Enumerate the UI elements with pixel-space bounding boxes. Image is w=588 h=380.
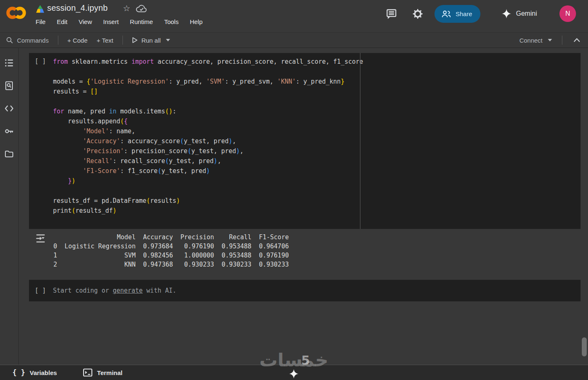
- variables-braces-icon: { }: [12, 368, 25, 377]
- code-line[interactable]: [53, 96, 363, 106]
- files-folder-icon[interactable]: [4, 149, 14, 159]
- status-bar: { } Variables Terminal: [0, 365, 588, 380]
- collapse-header-icon[interactable]: [572, 36, 581, 44]
- code-line[interactable]: 'Precision': precision_score(y_test, pre…: [53, 146, 363, 156]
- secrets-key-icon[interactable]: [4, 126, 14, 136]
- cell-run-gutter[interactable]: [ ]: [35, 287, 46, 294]
- code-line[interactable]: results_df = pd.DataFrame(results): [53, 196, 363, 206]
- toolbar-left: Commands + Code + Text Run all: [0, 36, 170, 45]
- left-sidebar: [0, 48, 19, 365]
- play-icon: [132, 37, 138, 43]
- variables-label: Variables: [30, 369, 57, 376]
- code-cell[interactable]: [ ] from sklearn.metrics import accuracy…: [29, 53, 581, 229]
- chevron-down-icon: [166, 39, 170, 41]
- code-line[interactable]: results.append({: [53, 116, 363, 126]
- star-icon[interactable]: ☆: [123, 3, 130, 13]
- add-code-label: + Code: [67, 37, 88, 44]
- menubar: FileEditViewInsertRuntimeToolsHelp: [36, 18, 203, 25]
- empty-code-cell[interactable]: [ ] Start coding or generate with AI.: [29, 280, 581, 301]
- toolbar-divider: [58, 36, 58, 45]
- find-and-replace-icon[interactable]: [4, 81, 14, 91]
- commands-label: Commands: [17, 37, 49, 44]
- column-ruler: [360, 53, 360, 229]
- terminal-label: Terminal: [97, 369, 122, 376]
- terminal-icon: [83, 368, 93, 377]
- share-button[interactable]: Share: [434, 5, 480, 23]
- gemini-button[interactable]: Gemini: [501, 8, 537, 19]
- search-icon: [6, 36, 13, 44]
- code-line[interactable]: [53, 186, 363, 196]
- code-line[interactable]: 'Accuracy': accuracy_score(y_test, pred)…: [53, 136, 363, 146]
- toolbar-right: Connect: [519, 36, 588, 45]
- toolbar-divider: [122, 36, 123, 45]
- chevron-down-icon: [548, 39, 552, 41]
- code-line[interactable]: print(results_df): [53, 206, 363, 216]
- share-label: Share: [456, 10, 472, 17]
- add-text-button[interactable]: + Text: [97, 37, 113, 44]
- generate-ai-link[interactable]: generate: [113, 287, 143, 294]
- notebook-area: [ ] from sklearn.metrics import accuracy…: [19, 48, 588, 365]
- placeholder-prefix: Start coding or: [53, 287, 113, 294]
- menu-help[interactable]: Help: [190, 18, 203, 25]
- connect-button[interactable]: Connect: [519, 37, 552, 44]
- vertical-scrollbar-thumb[interactable]: [582, 337, 587, 356]
- placeholder-suffix: with AI.: [143, 287, 176, 294]
- connect-label: Connect: [519, 37, 542, 44]
- output-text: Model Accuracy Precision Recall F1-Score…: [53, 233, 289, 269]
- notebook-filename[interactable]: session_4.ipynb: [47, 3, 108, 13]
- terminal-button[interactable]: Terminal: [83, 368, 122, 377]
- comments-icon[interactable]: [386, 8, 397, 20]
- cell-placeholder[interactable]: Start coding or generate with AI.: [53, 287, 176, 294]
- toolbar: Commands + Code + Text Run all Connect: [0, 32, 588, 48]
- colab-app: session_4.ipynb ☆ FileEditViewInsertRunt…: [0, 0, 588, 380]
- menu-insert[interactable]: Insert: [103, 18, 119, 25]
- code-line[interactable]: models = {'Logistic Regression': y_pred,…: [53, 77, 363, 87]
- header: session_4.ipynb ☆ FileEditViewInsertRunt…: [0, 0, 588, 32]
- output-toggle-icon[interactable]: [35, 233, 46, 244]
- code-lines[interactable]: from sklearn.metrics import accuracy_sco…: [53, 57, 363, 226]
- code-line[interactable]: results = []: [53, 87, 363, 96]
- table-of-contents-icon[interactable]: [4, 58, 14, 68]
- run-all-label: Run all: [142, 37, 161, 44]
- drive-icon: [36, 5, 45, 13]
- code-line[interactable]: }): [53, 176, 363, 186]
- account-avatar[interactable]: N: [559, 5, 576, 22]
- menu-runtime[interactable]: Runtime: [130, 18, 153, 25]
- menu-edit[interactable]: Edit: [57, 18, 67, 25]
- code-line[interactable]: 'F1-Score': f1_score(y_test, pred): [53, 166, 363, 176]
- code-line[interactable]: for name, pred in models.items():: [53, 106, 363, 116]
- variables-button[interactable]: { } Variables: [12, 368, 57, 377]
- run-all-button[interactable]: Run all: [132, 37, 170, 44]
- colab-logo[interactable]: [6, 4, 26, 22]
- menu-tools[interactable]: Tools: [164, 18, 179, 25]
- people-icon: [441, 9, 451, 19]
- code-line[interactable]: from sklearn.metrics import accuracy_sco…: [53, 57, 363, 67]
- menu-file[interactable]: File: [36, 18, 46, 25]
- code-line[interactable]: 'Model': name,: [53, 126, 363, 136]
- code-line[interactable]: [53, 216, 363, 226]
- toolbar-divider: [562, 36, 562, 45]
- add-code-button[interactable]: + Code: [67, 37, 88, 44]
- commands-button[interactable]: Commands: [6, 36, 49, 44]
- code-line[interactable]: [53, 67, 363, 77]
- settings-gear-icon[interactable]: [412, 8, 423, 19]
- add-text-label: + Text: [97, 37, 113, 44]
- code-snippets-icon[interactable]: [4, 103, 14, 113]
- cloud-saved-icon[interactable]: [136, 4, 147, 13]
- gemini-label: Gemini: [516, 10, 537, 17]
- menu-view[interactable]: View: [79, 18, 92, 25]
- gemini-sparkle-icon: [501, 8, 512, 19]
- code-line[interactable]: 'Recall': recall_score(y_test, pred),: [53, 156, 363, 166]
- cell-run-gutter[interactable]: [ ]: [35, 58, 46, 65]
